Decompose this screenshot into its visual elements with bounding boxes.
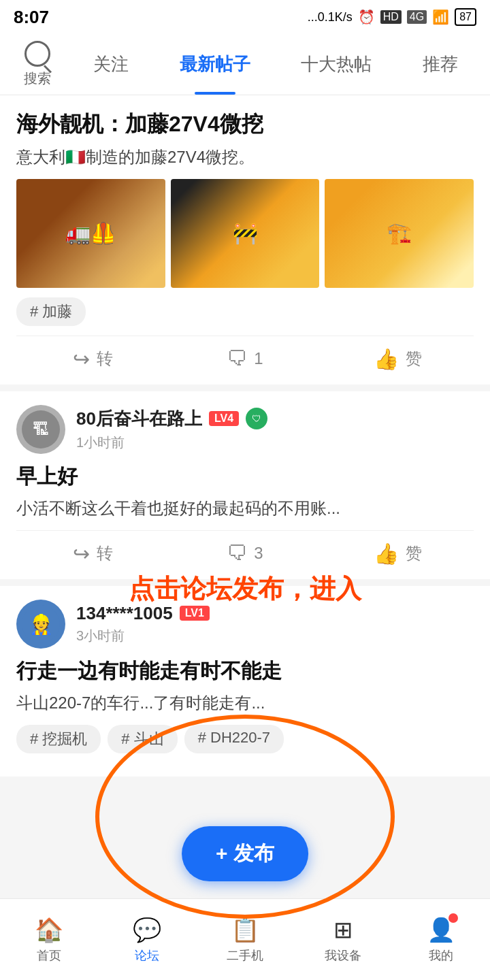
fab-publish-label: + 发布 — [216, 840, 274, 868]
post-header-3: 👷 134****1005 LV1 3小时前 — [16, 600, 474, 649]
alarm-icon: ⏰ — [358, 9, 375, 25]
comment-btn-2[interactable]: 🗨 3 — [169, 542, 321, 565]
verified-icon-2: 🛡 — [246, 408, 267, 429]
share-label-2: 转 — [97, 542, 113, 564]
comment-icon-2: 🗨 — [227, 542, 247, 565]
svg-text:🏗: 🏗 — [33, 420, 49, 438]
bottom-forum[interactable]: 💬 论坛 — [98, 916, 196, 964]
post-card-1: 海外靓机：加藤27V4微挖 意大利🇮🇹制造的加藤27V4微挖。 🚛🦺 🚧 🏗️ … — [0, 95, 490, 385]
tag-excavator[interactable]: # 挖掘机 — [16, 725, 101, 753]
post-desc-1: 意大利🇮🇹制造的加藤27V4微挖。 — [16, 145, 474, 169]
post-title-2[interactable]: 早上好 — [16, 462, 474, 491]
tab-recommend[interactable]: 推荐 — [416, 34, 465, 95]
tab-follow[interactable]: 关注 — [86, 34, 135, 95]
post-desc-2: 小活不断这么干着也挺好的最起码的不用账... — [16, 496, 474, 521]
my-equipment-label: 我设备 — [325, 947, 361, 964]
mine-icon-wrap: 👤 — [427, 916, 455, 943]
tag-dh220[interactable]: # DH220-7 — [184, 725, 284, 753]
forum-icon: 💬 — [133, 916, 161, 943]
comment-count-2: 3 — [254, 544, 263, 563]
share-btn-1[interactable]: ↪ 转 — [16, 347, 169, 371]
bottom-my-equipment[interactable]: ⊞ 我设备 — [294, 916, 392, 964]
tag-kato[interactable]: # 加藤 — [16, 297, 86, 326]
status-bar: 8:07 ...0.1K/s ⏰ HD 4G 📶 87 — [0, 0, 490, 34]
bottom-used-machine[interactable]: 📋 二手机 — [196, 916, 294, 964]
username-3: 134****1005 — [76, 603, 173, 624]
mine-label: 我的 — [429, 947, 453, 964]
avatar-3[interactable]: 👷 — [16, 600, 65, 649]
post-image-1a[interactable]: 🚛🦺 — [16, 179, 165, 288]
4g-icon: 4G — [407, 10, 427, 24]
post-tags-3: # 挖掘机 # 斗山 # DH220-7 — [16, 725, 474, 753]
avatar-icon-2: 🏗 — [20, 409, 61, 450]
bottom-home[interactable]: 🏠 首页 — [0, 916, 98, 964]
forum-label: 论坛 — [135, 947, 159, 964]
like-icon-2: 👍 — [374, 542, 399, 566]
share-label-1: 转 — [97, 348, 113, 370]
username-row-2: 80后奋斗在路上 LV4 🛡 — [76, 407, 474, 431]
used-machine-icon: 📋 — [231, 916, 259, 943]
level-badge-2: LV4 — [209, 411, 239, 426]
content-area: 海外靓机：加藤27V4微挖 意大利🇮🇹制造的加藤27V4微挖。 🚛🦺 🚧 🏗️ … — [0, 95, 490, 777]
bottom-bar: 🏠 首页 💬 论坛 📋 二手机 ⊞ 我设备 👤 我的 — [0, 898, 490, 980]
post-actions-1: ↪ 转 🗨 1 👍 赞 — [16, 336, 474, 371]
comment-icon-1: 🗨 — [227, 347, 247, 370]
used-machine-label: 二手机 — [227, 947, 263, 964]
tab-latest[interactable]: 最新帖子 — [173, 34, 257, 95]
battery-indicator: 87 — [455, 8, 476, 26]
username-2: 80后奋斗在路上 — [76, 407, 202, 431]
avatar-2[interactable]: 🏗 — [16, 405, 65, 454]
post-actions-2: ↪ 转 🗨 3 👍 赞 — [16, 530, 474, 566]
like-btn-2[interactable]: 👍 赞 — [321, 542, 474, 566]
bottom-mine[interactable]: 👤 我的 — [392, 916, 490, 964]
my-equipment-icon: ⊞ — [333, 916, 353, 943]
search-button[interactable]: 搜索 — [7, 41, 68, 88]
home-icon: 🏠 — [35, 916, 63, 943]
user-info-3: 134****1005 LV1 3小时前 — [76, 603, 474, 645]
username-row-3: 134****1005 LV1 — [76, 603, 474, 624]
share-btn-2[interactable]: ↪ 转 — [16, 542, 169, 566]
search-label: 搜索 — [24, 69, 51, 88]
network-speed: ...0.1K/s — [308, 10, 353, 24]
tag-doushan[interactable]: # 斗山 — [108, 725, 177, 753]
fab-publish-button[interactable]: + 发布 — [182, 826, 308, 881]
post-card-2: 🏗 80后奋斗在路上 LV4 🛡 1小时前 早上好 小活不断这么干着也挺好的最起… — [0, 391, 490, 579]
search-icon — [24, 41, 50, 67]
post-time-3: 3小时前 — [76, 628, 125, 643]
share-icon-1: ↪ — [73, 347, 90, 371]
status-icons: ...0.1K/s ⏰ HD 4G 📶 87 — [308, 8, 476, 26]
status-time: 8:07 — [14, 7, 49, 28]
post-title-3[interactable]: 行走一边有时能走有时不能走 — [16, 657, 474, 685]
hd-icon: HD — [380, 10, 402, 24]
post-image-1c[interactable]: 🏗️ — [325, 179, 474, 288]
like-icon-1: 👍 — [374, 347, 399, 371]
like-label-2: 赞 — [406, 542, 422, 564]
signal-icon: 📶 — [432, 9, 449, 25]
share-icon-2: ↪ — [73, 542, 90, 566]
nav-tabs: 关注 最新帖子 十大热帖 推荐 — [68, 34, 483, 95]
svg-text:👷: 👷 — [29, 613, 53, 636]
notification-dot — [448, 913, 458, 923]
level-badge-3: LV1 — [180, 606, 210, 621]
post-images-1: 🚛🦺 🚧 🏗️ — [16, 179, 474, 288]
comment-count-1: 1 — [254, 349, 263, 368]
comment-btn-1[interactable]: 🗨 1 — [169, 347, 321, 370]
post-tags-1: # 加藤 — [16, 297, 474, 326]
home-label: 首页 — [37, 947, 61, 964]
like-label-1: 赞 — [406, 348, 422, 370]
tab-hot[interactable]: 十大热帖 — [294, 34, 378, 95]
post-card-3: 👷 134****1005 LV1 3小时前 行走一边有时能走有时不能走 斗山2… — [0, 586, 490, 777]
post-desc-3: 斗山220-7的车行...了有时能走有... — [16, 691, 474, 715]
post-time-2: 1小时前 — [76, 435, 125, 450]
post-image-1b[interactable]: 🚧 — [171, 179, 320, 288]
top-nav: 搜索 关注 最新帖子 十大热帖 推荐 — [0, 34, 490, 95]
post-header-2: 🏗 80后奋斗在路上 LV4 🛡 1小时前 — [16, 405, 474, 454]
like-btn-1[interactable]: 👍 赞 — [321, 347, 474, 371]
post-title-1[interactable]: 海外靓机：加藤27V4微挖 — [16, 109, 474, 140]
avatar-icon-3: 👷 — [20, 604, 61, 644]
user-info-2: 80后奋斗在路上 LV4 🛡 1小时前 — [76, 407, 474, 452]
